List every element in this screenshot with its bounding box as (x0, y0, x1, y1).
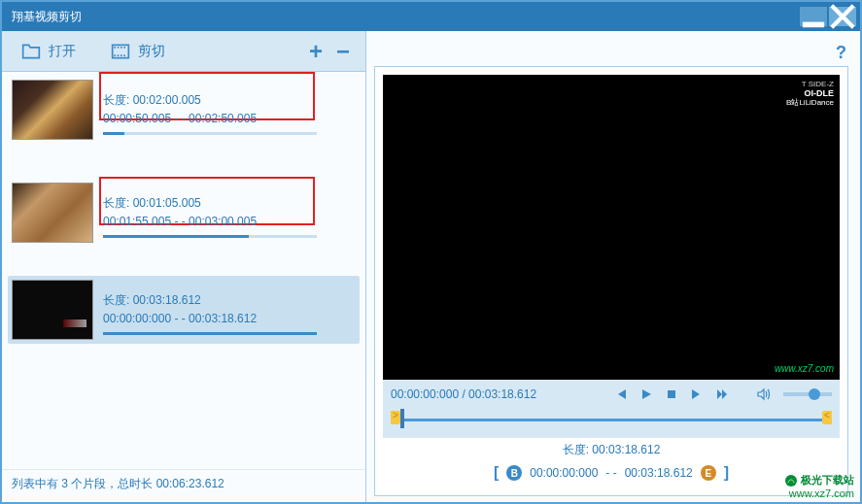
svg-rect-0 (803, 22, 824, 28)
trim-end-marker[interactable] (822, 411, 832, 424)
svg-rect-4 (121, 47, 122, 49)
marker-badge-icon[interactable]: E (701, 465, 716, 481)
svg-rect-8 (121, 54, 122, 56)
bracket-left-icon[interactable]: [ (494, 464, 499, 482)
window-title: 翔基视频剪切 (12, 9, 800, 25)
minimize-button[interactable] (800, 7, 827, 26)
folder-icon (21, 43, 41, 60)
svg-rect-9 (123, 54, 125, 56)
open-label: 打开 (49, 43, 76, 60)
svg-rect-10 (668, 390, 675, 398)
video-preview: T SIDE-Z OI-DLE B站LiLiDance www.xz7.com (383, 75, 840, 380)
clip-info: 长度: 00:01:05.005 00:01:55.005 - - 00:03:… (103, 183, 356, 243)
close-button[interactable] (829, 7, 856, 26)
stop-button[interactable] (661, 386, 682, 403)
add-clip-button[interactable]: + (305, 38, 327, 65)
cut-button[interactable]: 剪切 (103, 39, 173, 64)
open-button[interactable]: 打开 (14, 39, 84, 64)
bracket-right-icon[interactable]: ] (724, 464, 729, 482)
svg-rect-5 (123, 47, 125, 49)
range-sep: - - (605, 466, 616, 480)
play-button[interactable] (636, 386, 657, 403)
time-display: 00:00:00:000 / 00:03:18.612 (391, 387, 606, 401)
clip-list: 长度: 00:02:00.005 00:00:50.005 - - 00:02:… (2, 72, 365, 469)
clip-item[interactable]: 长度: 00:02:00.005 00:00:50.005 - - 00:02:… (12, 80, 356, 140)
clip-progress (103, 132, 317, 135)
clip-progress (103, 332, 317, 335)
list-summary: 列表中有 3 个片段，总时长 00:06:23.612 (2, 469, 365, 502)
range-end: 00:03:18.612 (625, 466, 693, 480)
left-toolbar: 打开 剪切 + − (2, 31, 365, 72)
clip-range: 00:00:00:000 - - 00:03:18.612 (103, 310, 356, 328)
film-icon (111, 43, 130, 60)
clip-progress (103, 235, 317, 238)
range-start: 00:00:00:000 (530, 466, 598, 480)
player-controls: 00:00:00:000 / 00:03:18.612 (383, 380, 840, 409)
clip-list-panel: 打开 剪切 + − 长度: 00:02 (2, 31, 366, 502)
preview-range: [ B 00:00:00:000 - - 00:03:18.612 E ] (383, 462, 840, 487)
clip-info: 长度: 00:02:00.005 00:00:50.005 - - 00:02:… (103, 80, 356, 140)
svg-rect-6 (114, 54, 116, 56)
volume-slider[interactable] (783, 392, 832, 396)
cut-label: 剪切 (138, 43, 165, 60)
skip-button[interactable] (711, 386, 733, 403)
site-watermark: 极光下载站 www.xz7.com (784, 474, 854, 500)
trim-start-marker[interactable] (391, 411, 400, 424)
svg-rect-7 (118, 54, 120, 56)
clip-thumbnail (12, 280, 93, 340)
remove-clip-button[interactable]: − (332, 38, 354, 65)
clip-item[interactable]: 长度: 00:01:05.005 00:01:55.005 - - 00:03:… (12, 183, 356, 243)
aurora-icon (784, 474, 798, 487)
clip-thumbnail (12, 183, 93, 243)
volume-button[interactable] (752, 386, 774, 403)
video-watermark-bottom: www.xz7.com (775, 363, 834, 374)
prev-frame-button[interactable] (610, 386, 632, 403)
clip-range: 00:00:50.005 - - 00:02:50.005 (103, 110, 356, 128)
clip-duration: 长度: 00:01:05.005 (103, 194, 356, 213)
svg-rect-3 (118, 47, 120, 49)
title-bar: 翔基视频剪切 (2, 2, 860, 31)
preview-panel: ? T SIDE-Z OI-DLE B站LiLiDance www.xz7.co… (366, 31, 860, 502)
marker-badge-icon[interactable]: B (506, 465, 522, 481)
clip-item-selected[interactable]: 长度: 00:03:18.612 00:00:00:000 - - 00:03:… (8, 276, 360, 344)
svg-point-11 (785, 475, 797, 487)
svg-rect-2 (114, 47, 116, 49)
clip-info: 长度: 00:03:18.612 00:00:00:000 - - 00:03:… (103, 280, 356, 340)
clip-thumbnail (12, 80, 93, 140)
clip-duration: 长度: 00:02:00.005 (103, 91, 356, 110)
preview-duration: 长度: 00:03:18.612 (383, 438, 840, 462)
clip-range: 00:01:55.005 - - 00:03:00.005 (103, 213, 356, 231)
seek-bar[interactable] (383, 409, 840, 438)
video-watermark-top: T SIDE-Z OI-DLE B站LiLiDance (786, 81, 834, 107)
next-frame-button[interactable] (686, 386, 707, 403)
help-button[interactable]: ? (836, 43, 846, 63)
playhead[interactable] (400, 409, 404, 428)
clip-duration: 长度: 00:03:18.612 (103, 291, 356, 310)
